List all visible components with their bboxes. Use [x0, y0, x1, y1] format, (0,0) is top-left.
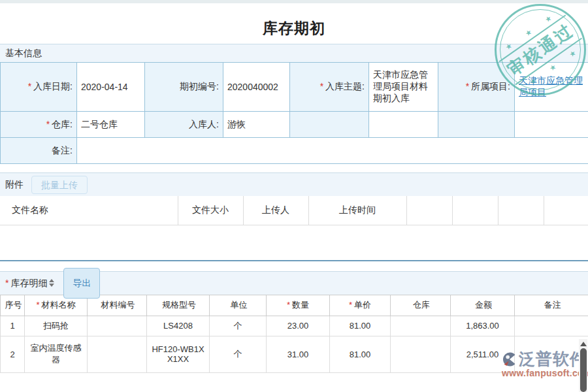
cell-spec: LS4208: [147, 316, 210, 336]
vertical-scrollbar[interactable]: [579, 339, 587, 392]
field-label-rk-person: 入库人:: [145, 112, 223, 138]
field-value-project: 天津市应急管理局项目: [515, 63, 588, 112]
empty-label-cell: [290, 112, 369, 138]
sort-toggle-icon[interactable]: [49, 279, 54, 287]
field-value-rk-subject: 天津市应急管理局项目材料期初入库: [369, 63, 438, 112]
field-label-qc-no: 期初编号:: [145, 63, 223, 112]
table-row: 2 室内温度传感器 HF120-WB1XX1XX 个 31.00 81.00 2…: [1, 336, 588, 372]
cell-warehouse: [391, 316, 451, 336]
cell-remark: [515, 316, 588, 336]
cell-qty: 31.00: [267, 336, 330, 372]
cell-spec: HF120-WB1XX1XX: [147, 336, 210, 372]
attach-col-empty: [452, 196, 498, 225]
cell-qty: 23.00: [267, 316, 330, 336]
scrollbar-thumb[interactable]: [580, 348, 587, 392]
attachments-table: 文件名称 文件大小 上传人 上传时间: [0, 196, 588, 225]
cell-amount: 1,863.00: [451, 316, 515, 336]
attachments-empty-body: [0, 225, 588, 260]
required-marker: *: [5, 272, 8, 295]
cell-seq: 1: [1, 316, 25, 336]
cell-price: 81.00: [330, 316, 391, 336]
detail-col-spec: 规格型号: [147, 295, 210, 316]
field-label-rk-date: *入库日期:: [1, 63, 77, 112]
cell-unit: 个: [210, 316, 267, 336]
field-label-rk-subject: *入库主题:: [290, 63, 369, 112]
cell-material-name: 室内温度传感器: [25, 336, 88, 372]
empty-label-cell: [438, 112, 515, 138]
detail-col-seq: 序号: [1, 295, 25, 316]
cell-warehouse: [391, 336, 451, 372]
attach-col-filename: 文件名称: [0, 196, 178, 225]
inventory-detail-table: 序号 *材料名称 材料编号 规格型号 单位 *数量 *单价 仓库 金额 备注 1…: [0, 295, 588, 373]
section-divider: [0, 260, 588, 261]
section-basic-info: 基本信息: [0, 44, 588, 62]
cell-seq: 2: [1, 336, 25, 372]
cell-price: 81.00: [330, 336, 391, 372]
detail-col-amount: 金额: [451, 295, 515, 316]
section-attachments: 附件 批量上传: [0, 172, 588, 196]
detail-col-warehouse: 仓库: [391, 295, 451, 316]
section-inventory-detail: * 库存明细 导出: [0, 271, 588, 295]
cell-material-no: [88, 316, 147, 336]
cell-material-no: [88, 336, 147, 372]
section-basic-info-label: 基本信息: [5, 48, 42, 58]
basic-info-form: *入库日期: 2020-04-14 期初编号: 2020040002 *入库主题…: [0, 62, 588, 164]
section-inventory-detail-label: 库存明细: [10, 272, 47, 295]
scroll-up-icon[interactable]: [580, 342, 587, 346]
page-title: 库存期初: [0, 3, 588, 25]
field-label-remark: 备注:: [1, 138, 77, 164]
empty-value-cell: [369, 112, 438, 138]
attach-col-filesize: 文件大小: [178, 196, 243, 225]
field-label-project: *所属项目:: [438, 63, 515, 112]
detail-col-remark: 备注: [515, 295, 588, 316]
cell-material-name: 扫码抢: [25, 316, 88, 336]
field-value-rk-date: 2020-04-14: [77, 63, 145, 112]
detail-col-unit: 单位: [210, 295, 267, 316]
batch-upload-button[interactable]: 批量上传: [31, 176, 88, 194]
detail-col-price: *单价: [330, 295, 391, 316]
attach-col-uploader: 上传人: [243, 196, 308, 225]
cell-remark: [515, 336, 588, 372]
project-link[interactable]: 天津市应急管理局项目: [519, 75, 583, 97]
required-marker: *: [320, 81, 323, 91]
attach-col-empty: [498, 196, 544, 225]
detail-col-qty: *数量: [267, 295, 330, 316]
section-attachments-label: 附件: [5, 173, 24, 196]
export-button[interactable]: 导出: [63, 268, 100, 299]
cell-unit: 个: [210, 336, 267, 372]
field-value-qc-no: 2020040002: [223, 63, 290, 112]
attach-col-empty: [544, 196, 588, 225]
attach-col-uploadtime: 上传时间: [308, 196, 406, 225]
field-value-warehouse: 二号仓库: [77, 112, 145, 138]
field-value-remark: [77, 138, 588, 164]
required-marker: *: [46, 119, 50, 129]
cell-amount: 2,511.00: [451, 336, 515, 372]
field-label-warehouse: *仓库:: [1, 112, 77, 138]
table-row: 1 扫码抢 LS4208 个 23.00 81.00 1,863.00: [1, 316, 588, 336]
required-marker: *: [466, 81, 469, 91]
field-value-rk-person: 游恢: [223, 112, 290, 138]
attach-col-empty: [406, 196, 452, 225]
required-marker: *: [28, 81, 31, 91]
empty-value-cell: [515, 112, 588, 138]
